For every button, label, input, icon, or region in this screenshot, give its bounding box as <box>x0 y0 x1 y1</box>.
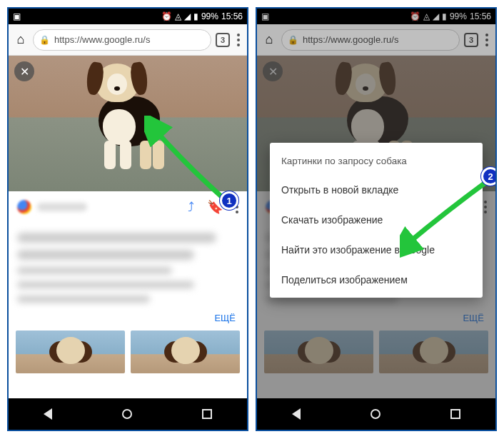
system-nav-bar <box>9 398 247 430</box>
more-link[interactable]: ЕЩЁ <box>9 310 247 330</box>
phone-screenshot-2: ▣ ⏰ ◬ ◢ ▮ 99% 15:56 ⌂ 🔒 https://www.goog… <box>256 7 497 431</box>
tab-switcher[interactable]: 3 <box>216 33 230 47</box>
menu-download-image[interactable]: Скачать изображение <box>270 205 483 235</box>
context-menu: Картинки по запросу собака Открыть в нов… <box>270 143 483 298</box>
signal-icon: ◢ <box>184 11 191 21</box>
home-button[interactable] <box>371 409 380 419</box>
recents-button[interactable] <box>202 409 212 419</box>
battery-icon: ▮ <box>442 11 447 21</box>
result-text <box>9 223 247 303</box>
image-preview[interactable]: ✕ <box>9 56 247 191</box>
home-icon[interactable]: ⌂ <box>13 32 29 47</box>
step-badge-1: 1 <box>220 191 238 210</box>
recents-button[interactable] <box>450 409 460 419</box>
notification-icon: ▣ <box>261 11 269 21</box>
battery-icon: ▮ <box>193 11 198 21</box>
page-content: ✕ ⤴ 🔖 ЕЩЁ <box>9 56 247 398</box>
share-icon[interactable]: ⤴ <box>188 200 194 215</box>
menu-search-image-google[interactable]: Найти это изображение в Google <box>270 235 483 265</box>
lock-icon: 🔒 <box>39 35 50 45</box>
tab-switcher[interactable]: 3 <box>464 33 478 47</box>
menu-share-image[interactable]: Поделиться изображением <box>270 265 483 295</box>
clock-text: 15:56 <box>221 11 243 21</box>
thumbnail[interactable] <box>16 330 125 373</box>
step-badge-2: 2 <box>481 167 497 186</box>
url-bar[interactable]: 🔒 https://www.google.ru/s <box>33 29 211 51</box>
menu-open-new-tab[interactable]: Открыть в новой вкладке <box>270 175 483 205</box>
home-button[interactable] <box>122 409 132 419</box>
back-button[interactable] <box>292 408 301 420</box>
url-text: https://www.google.ru/s <box>303 34 398 45</box>
lock-icon: 🔒 <box>288 35 298 45</box>
battery-text: 99% <box>201 11 218 21</box>
alarm-icon: ⏰ <box>410 11 420 21</box>
battery-text: 99% <box>450 11 467 21</box>
browser-toolbar: ⌂ 🔒 https://www.google.ru/s 3 <box>257 24 495 56</box>
phone-screenshot-1: ▣ ⏰ ◬ ◢ ▮ 99% 15:56 ⌂ 🔒 https://www.goog… <box>7 7 248 431</box>
page-content: ✕ ⤴ 🔖 ЕЩЁ Картинки по <box>257 56 495 398</box>
url-text: https://www.google.ru/s <box>54 34 150 45</box>
system-nav-bar <box>257 398 495 430</box>
status-bar: ▣ ⏰ ◬ ◢ ▮ 99% 15:56 <box>9 9 247 24</box>
related-thumbnails <box>9 330 247 373</box>
status-bar: ▣ ⏰ ◬ ◢ ▮ 99% 15:56 <box>257 9 495 24</box>
thumbnail[interactable] <box>131 330 240 373</box>
source-row: ⤴ 🔖 <box>9 191 247 223</box>
back-button[interactable] <box>44 408 52 420</box>
clock-text: 15:56 <box>470 11 491 21</box>
source-favicon <box>17 200 31 214</box>
home-icon[interactable]: ⌂ <box>261 32 277 47</box>
dog-image <box>74 61 181 175</box>
wifi-icon: ◬ <box>423 11 430 21</box>
context-menu-title: Картинки по запросу собака <box>270 150 483 175</box>
wifi-icon: ◬ <box>175 11 181 21</box>
overflow-menu-icon[interactable] <box>483 34 491 46</box>
browser-toolbar: ⌂ 🔒 https://www.google.ru/s 3 <box>9 24 247 56</box>
alarm-icon: ⏰ <box>161 11 172 21</box>
close-icon[interactable]: ✕ <box>14 61 34 81</box>
signal-icon: ◢ <box>433 11 439 21</box>
source-name <box>37 203 87 211</box>
notification-icon: ▣ <box>13 11 21 21</box>
url-bar[interactable]: 🔒 https://www.google.ru/s <box>281 29 460 51</box>
overflow-menu-icon[interactable] <box>234 34 243 46</box>
